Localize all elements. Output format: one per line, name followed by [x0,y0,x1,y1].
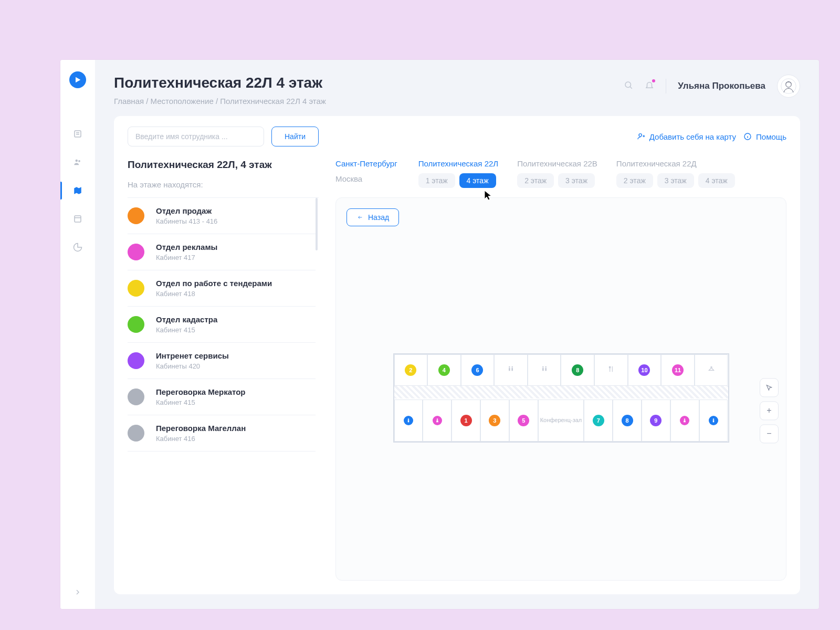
floorplan-room[interactable]: 10 [628,354,662,386]
floorplan-room[interactable] [394,400,423,442]
room-badge: 1 [460,415,472,426]
department-item[interactable]: Переговорка Меркатор Кабинет 415 [128,379,316,415]
toolbar: Найти Добавить себя на карту Помощь [114,116,800,157]
department-item[interactable]: Переговорка Магеллан Кабинет 416 [128,415,316,452]
help-link[interactable]: Помощь [743,132,786,141]
department-item[interactable]: Отдел по работе с тендерами Кабинет 418 [128,270,316,307]
color-dot [128,316,144,333]
avatar[interactable] [777,75,800,98]
svg-point-3 [76,160,78,162]
floorplan-area[interactable]: Назад 24681011 135Конференц-зал789 + − [335,197,786,581]
department-room: Кабинет 416 [156,435,246,443]
nav-item-map[interactable] [60,176,95,205]
floor-pill[interactable]: 4 этаж [459,173,496,188]
color-dot [128,352,144,369]
department-item[interactable]: Интренет сервисы Кабинеты 420 [128,343,316,379]
page-title: Политехническая 22Л 4 этаж [114,75,326,91]
color-dot [128,244,144,260]
floorplan-room[interactable]: Конференц-зал [538,400,584,442]
sidebar-expand-button[interactable] [74,588,82,598]
floor-pill[interactable]: 1 этаж [418,173,455,188]
floorplan-room[interactable]: 9 [642,400,670,442]
color-dot [128,425,144,442]
wc-icon [507,365,515,375]
floor-pill[interactable]: 2 этаж [517,173,554,188]
building-name[interactable]: Политехническая 22Д [616,159,735,168]
search-icon[interactable] [624,80,633,92]
floorplan-room[interactable] [695,354,728,386]
map-zoom-out-button[interactable]: − [760,425,779,444]
main-area: Политехническая 22Л 4 этаж Главная / Мес… [95,60,819,609]
app-logo[interactable] [69,71,86,88]
department-name: Интренет сервисы [156,351,229,360]
svg-point-22 [542,366,544,368]
department-room: Кабинет 417 [156,254,217,261]
floorplan-room[interactable] [423,400,452,442]
building-name[interactable]: Политехническая 22Л [418,159,499,168]
floorplan-room[interactable] [699,400,728,442]
room-badge: 7 [593,415,604,426]
nav-item-team[interactable] [60,148,95,176]
floorplan-room[interactable] [594,354,628,386]
wc-f-icon [680,416,689,425]
floorplan-room[interactable]: 2 [394,354,428,386]
floorplan-room[interactable]: 8 [613,400,642,442]
floor-pill[interactable]: 4 этаж [698,173,735,188]
svg-rect-23 [542,368,544,371]
svg-point-34 [684,418,686,420]
back-button[interactable]: Назад [346,208,399,226]
floorplan-room[interactable]: 6 [461,354,495,386]
map-cursor-button[interactable] [760,379,779,397]
find-button[interactable]: Найти [271,127,319,146]
room-badge: 8 [572,364,583,376]
floorplan-room[interactable]: 3 [480,400,509,442]
building-name[interactable]: Политехническая 22В [517,159,597,168]
department-item[interactable]: Отдел продаж Кабинеты 413 - 416 [128,198,316,234]
color-dot [128,207,144,224]
department-item[interactable]: Отдел рекламы Кабинет 417 [128,234,316,270]
room-badge: 4 [438,364,450,376]
bell-icon[interactable] [645,80,654,92]
floorplan-room[interactable] [494,354,528,386]
floorplan-room[interactable] [670,400,699,442]
nav-item-stats[interactable] [60,233,95,261]
department-room: Кабинет 415 [156,398,246,406]
left-panel: Политехническая 22Л, 4 этаж На этаже нах… [114,157,319,594]
city-item[interactable]: Москва [335,174,397,183]
wc-f-icon [433,416,442,425]
floorplan-room[interactable]: 5 [509,400,538,442]
back-label: Назад [368,213,389,222]
nav-item-archive[interactable] [60,205,95,233]
floor-pill[interactable]: 3 этаж [657,173,694,188]
nav-item-list[interactable] [60,120,95,148]
department-item[interactable]: Отдел кадастра Кабинет 415 [128,307,316,343]
svg-point-20 [511,366,513,368]
floorplan[interactable]: 24681011 135Конференц-зал789 [393,353,729,443]
fork-icon [607,365,615,375]
department-list[interactable]: Отдел продаж Кабинеты 413 - 416 Отдел ре… [128,197,319,452]
breadcrumb[interactable]: Главная / Местоположение / Политехническ… [114,97,326,106]
svg-point-31 [408,418,410,420]
add-self-link[interactable]: Добавить себя на карту [637,132,736,141]
page-header: Политехническая 22Л 4 этаж Главная / Мес… [114,75,800,106]
department-name: Переговорка Меркатор [156,387,246,396]
floorplan-room[interactable]: 7 [584,400,613,442]
floorplan-room[interactable]: 8 [561,354,594,386]
svg-point-33 [436,418,438,420]
floorplan-room[interactable]: 11 [661,354,695,386]
svg-rect-5 [75,216,81,222]
svg-point-35 [713,418,715,420]
floor-pill[interactable]: 2 этаж [616,173,653,188]
room-badge: 9 [650,415,662,426]
floorplan-room[interactable] [528,354,561,386]
scrollbar[interactable] [316,198,318,250]
floorplan-room[interactable]: 1 [452,400,480,442]
city-item[interactable]: Санкт-Петербург [335,159,397,168]
map-zoom-in-button[interactable]: + [760,402,779,421]
room-badge: 3 [489,415,500,426]
username-label[interactable]: Ульяна Прокопьева [678,81,765,91]
floor-pill[interactable]: 3 этаж [558,173,595,188]
svg-point-11 [639,134,642,136]
floorplan-room[interactable]: 4 [427,354,461,386]
search-input[interactable] [128,127,264,146]
